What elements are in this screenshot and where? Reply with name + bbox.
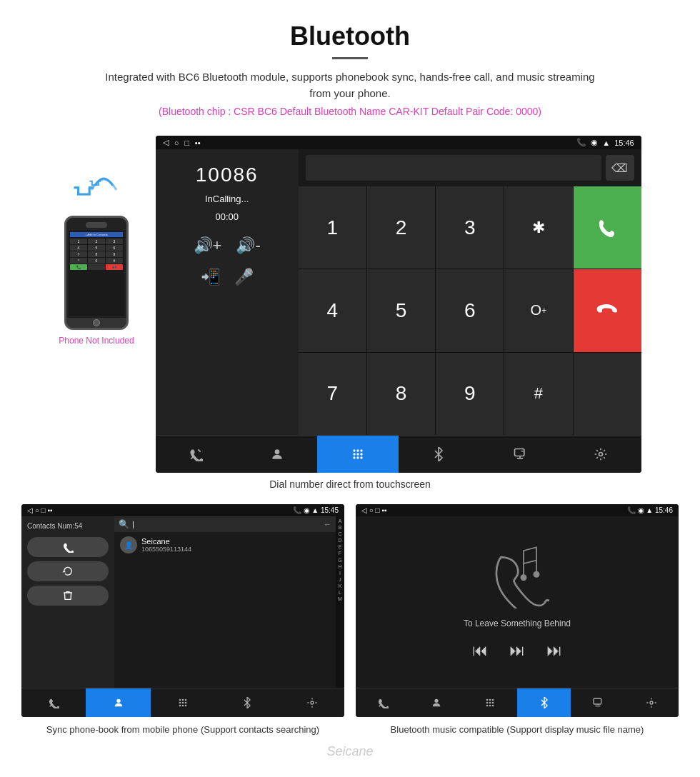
home-nav-icon[interactable]: ○: [174, 139, 179, 147]
svg-point-33: [534, 571, 540, 578]
volume-down-icon[interactable]: 🔊-: [236, 236, 260, 255]
contacts-screen: ◁ ○ □ ▪▪ 📞 ◉ ▲ 15:45 Contacts Num:54: [21, 504, 344, 717]
keypad-grid: 1 2 3 ✱ 4 5 6 O+ 7: [299, 186, 641, 435]
key-8[interactable]: 8: [367, 353, 435, 435]
ct-keypad-icon[interactable]: [151, 688, 215, 717]
key-5[interactable]: 5: [367, 269, 435, 351]
alpha-m[interactable]: M: [338, 596, 342, 602]
svg-point-35: [434, 699, 438, 703]
key-star[interactable]: ✱: [504, 186, 572, 269]
alpha-c[interactable]: C: [338, 531, 341, 537]
alpha-l[interactable]: L: [339, 589, 341, 596]
phone-key-3[interactable]: 3: [106, 239, 123, 244]
key-9[interactable]: 9: [436, 353, 504, 435]
svg-point-23: [179, 702, 181, 704]
phone-key-call[interactable]: 📞: [70, 264, 87, 270]
phone-key-8[interactable]: 8: [88, 251, 105, 257]
alpha-f[interactable]: F: [339, 550, 341, 556]
key-0plus[interactable]: O+: [504, 269, 572, 351]
contact-refresh-button[interactable]: [27, 561, 109, 581]
key-hash[interactable]: #: [504, 353, 572, 435]
contacts-nav-icons: ◁ ○ □ ▪▪: [27, 506, 53, 514]
android-bottom-bar: [156, 435, 641, 473]
phone-key-9[interactable]: 9: [106, 251, 123, 257]
music-phone-icon[interactable]: [356, 688, 409, 717]
phone-key-0[interactable]: 0: [88, 258, 105, 264]
bottom-keypad-icon[interactable]: [317, 436, 398, 473]
transfer-icon[interactable]: 📲: [201, 268, 220, 286]
svg-rect-45: [594, 698, 601, 704]
contact-call-button[interactable]: [27, 537, 109, 557]
key-2[interactable]: 2: [367, 186, 435, 269]
svg-point-28: [185, 705, 187, 707]
phone-key-6[interactable]: 6: [106, 245, 123, 251]
music-contacts-icon[interactable]: [409, 688, 463, 717]
search-input[interactable]: |: [132, 520, 321, 528]
end-call-button[interactable]: [574, 269, 641, 351]
phone-key-1[interactable]: 1: [70, 239, 87, 244]
svg-line-1: [191, 456, 194, 458]
contact-entry-seicane[interactable]: 👤 Seicane 10655059113144: [114, 532, 336, 558]
ct-settings-icon[interactable]: [280, 688, 344, 717]
key-4[interactable]: 4: [299, 269, 366, 351]
alpha-d[interactable]: D: [338, 537, 341, 543]
ct-phone-icon[interactable]: [21, 688, 86, 717]
dial-input-field[interactable]: [306, 155, 601, 181]
music-art-container: [485, 544, 549, 611]
dial-number-display: 10086: [196, 164, 259, 186]
alpha-h[interactable]: H: [338, 563, 341, 570]
bottom-contacts-icon[interactable]: [236, 436, 317, 473]
alpha-k[interactable]: K: [339, 583, 342, 589]
contacts-num-label: Contacts Num:54: [27, 522, 109, 530]
music-transfer-icon[interactable]: [571, 688, 624, 717]
contact-delete-button[interactable]: [27, 586, 109, 606]
back-nav-icon[interactable]: ◁: [163, 138, 169, 147]
alpha-j[interactable]: J: [339, 576, 341, 583]
key-6[interactable]: 6: [436, 269, 504, 351]
phone-status-icon: 📞: [576, 138, 586, 147]
phone-key-4[interactable]: 4: [70, 245, 87, 251]
phone-key-hash[interactable]: #: [106, 258, 123, 264]
mic-icon[interactable]: 🎤: [234, 268, 254, 286]
ct-contacts-icon[interactable]: [86, 688, 150, 717]
phone-key-2[interactable]: 2: [88, 239, 105, 244]
alpha-i[interactable]: I: [339, 570, 341, 576]
key-1[interactable]: 1: [299, 186, 366, 269]
svg-point-4: [353, 449, 355, 451]
recents-nav-icon[interactable]: □: [184, 139, 189, 147]
phone-home-button[interactable]: [93, 319, 100, 326]
phone-key-5[interactable]: 5: [88, 245, 105, 251]
svg-point-41: [492, 702, 494, 704]
bottom-settings-icon[interactable]: [560, 436, 641, 473]
key-3[interactable]: 3: [436, 186, 504, 269]
music-keypad-icon[interactable]: [464, 688, 517, 717]
next-track-button[interactable]: ⏭: [546, 641, 562, 660]
bottom-phone-icon[interactable]: [156, 436, 236, 473]
ct-bluetooth-icon[interactable]: [215, 688, 279, 717]
music-bluetooth-icon[interactable]: [517, 688, 571, 717]
dial-caption: Dial number direct from touchscreen: [0, 478, 700, 490]
alpha-b[interactable]: B: [339, 524, 342, 531]
alpha-e[interactable]: E: [339, 543, 342, 550]
svg-point-43: [489, 705, 491, 707]
phone-key-star[interactable]: *: [70, 258, 87, 264]
svg-line-34: [379, 705, 381, 707]
page-subtitle: Integrated with BC6 Bluetooth module, su…: [100, 69, 600, 101]
phone-key-7[interactable]: 7: [70, 251, 87, 257]
call-button[interactable]: [574, 186, 641, 269]
bottom-transfer-icon[interactable]: [479, 436, 560, 473]
svg-point-8: [356, 453, 359, 455]
alpha-a[interactable]: A: [339, 518, 342, 524]
key-7[interactable]: 7: [299, 353, 366, 435]
status-right: 📞 ◉ ▲ 15:46: [576, 138, 634, 147]
volume-up-icon[interactable]: 🔊+: [194, 236, 222, 255]
phone-key-end[interactable]: 📵: [106, 264, 123, 270]
status-left: ◁ ○ □ ▪▪: [163, 138, 201, 147]
alpha-g[interactable]: G: [338, 557, 341, 563]
backspace-button[interactable]: ⌫: [606, 155, 634, 181]
next-start-button[interactable]: ⏭: [509, 641, 525, 660]
prev-track-button[interactable]: ⏮: [472, 641, 488, 660]
music-settings-icon[interactable]: [625, 688, 679, 717]
bottom-bluetooth-icon[interactable]: [399, 436, 479, 473]
keyboard-icon: ←: [324, 520, 331, 528]
